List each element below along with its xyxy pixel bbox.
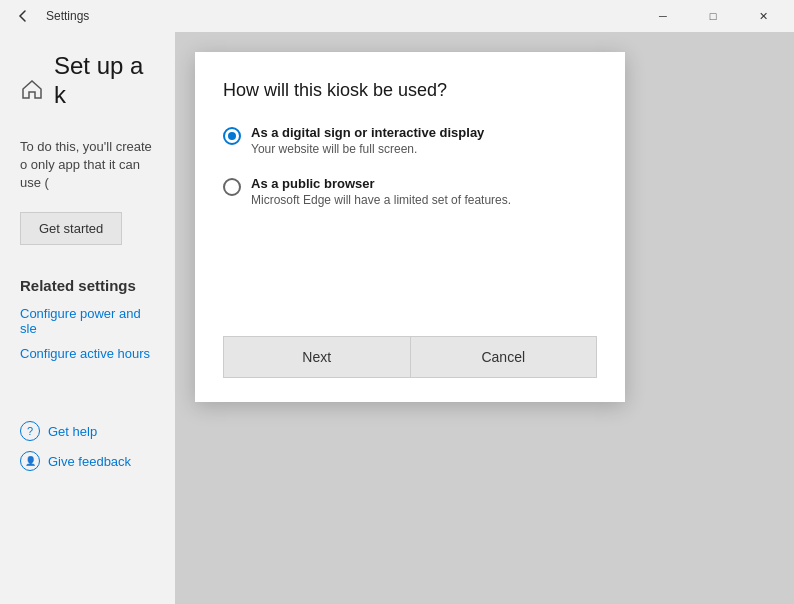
help-icon: ? [20,421,40,441]
get-help-label: Get help [48,424,97,439]
back-button[interactable] [8,1,38,31]
page-title: Set up a k [54,52,155,110]
kiosk-dialog: How will this kiosk be used? As a digita… [195,52,625,402]
maximize-button[interactable]: □ [690,0,736,32]
give-feedback-label: Give feedback [48,454,131,469]
public-browser-title: As a public browser [251,176,511,191]
help-section: ? Get help 👤 Give feedback [20,421,155,471]
related-settings-heading: Related settings [20,277,155,294]
public-browser-desc: Microsoft Edge will have a limited set o… [251,193,511,207]
main-content: Set up a k To do this, you'll create o o… [0,32,794,604]
digital-sign-option[interactable]: As a digital sign or interactive display… [223,125,597,156]
get-help-item[interactable]: ? Get help [20,421,155,441]
page-description: To do this, you'll create o only app tha… [20,138,155,193]
home-icon [20,77,44,101]
public-browser-option[interactable]: As a public browser Microsoft Edge will … [223,176,597,207]
feedback-icon: 👤 [20,451,40,471]
get-started-button[interactable]: Get started [20,212,122,245]
titlebar-left: Settings [8,1,89,31]
dialog-overlay: How will this kiosk be used? As a digita… [175,32,794,604]
configure-power-link[interactable]: Configure power and sle [20,306,155,336]
left-panel: Set up a k To do this, you'll create o o… [0,32,175,604]
configure-hours-link[interactable]: Configure active hours [20,346,155,361]
digital-sign-title: As a digital sign or interactive display [251,125,484,140]
minimize-button[interactable]: ─ [640,0,686,32]
digital-sign-desc: Your website will be full screen. [251,142,484,156]
dialog-footer: Next Cancel [223,336,597,378]
digital-sign-radio[interactable] [223,127,241,145]
give-feedback-item[interactable]: 👤 Give feedback [20,451,155,471]
dialog-title: How will this kiosk be used? [223,80,597,101]
titlebar: Settings ─ □ ✕ [0,0,794,32]
public-browser-label-group: As a public browser Microsoft Edge will … [251,176,511,207]
cancel-button[interactable]: Cancel [411,336,598,378]
public-browser-radio[interactable] [223,178,241,196]
digital-sign-label-group: As a digital sign or interactive display… [251,125,484,156]
close-button[interactable]: ✕ [740,0,786,32]
window-controls: ─ □ ✕ [640,0,786,32]
window-title: Settings [46,9,89,23]
radio-group: As a digital sign or interactive display… [223,125,597,316]
next-button[interactable]: Next [223,336,411,378]
